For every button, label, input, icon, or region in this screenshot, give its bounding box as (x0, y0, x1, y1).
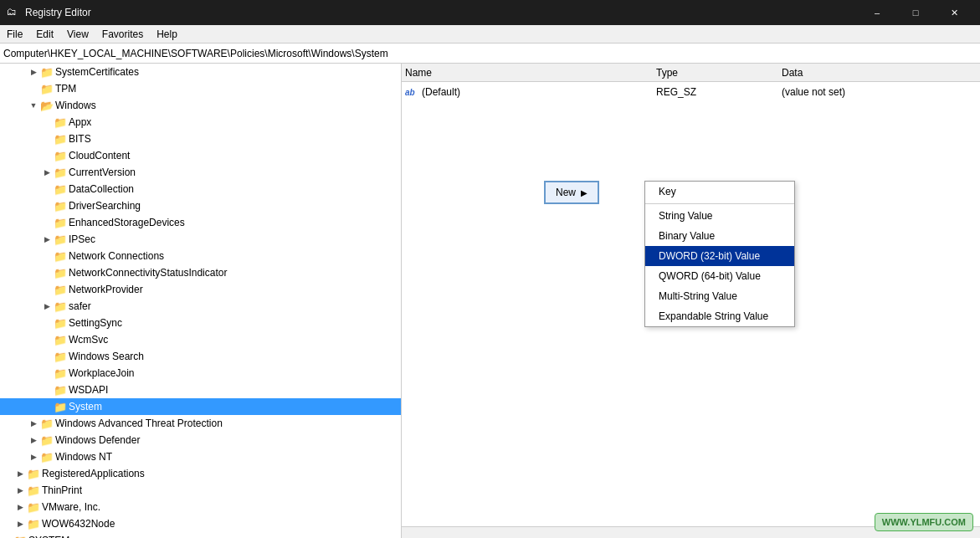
tree-label-bits: BITS (69, 133, 91, 145)
tree-label-systemcerts: SystemCertificates (55, 66, 139, 78)
tree-label-datacollection: DataCollection (69, 183, 134, 195)
reg-value-name: (Default) (422, 86, 656, 98)
main-area: ▶📁SystemCertificates📁TPM▼📂Windows📁Appx📁B… (0, 64, 980, 538)
tree-item-workplacejoin[interactable]: 📁WorkplaceJoin (0, 365, 401, 382)
tree-item-registeredapps[interactable]: ▶📁RegisteredApplications (0, 465, 401, 482)
tree-label-netprovider: NetworkProvider (69, 284, 143, 295)
expand-btn-registeredapps[interactable]: ▶ (13, 467, 27, 480)
tree-item-datacollection[interactable]: 📁DataCollection (0, 181, 401, 197)
tree-item-wcmsvc[interactable]: 📁WcmSvc (0, 331, 401, 348)
submenu-divider (645, 203, 794, 204)
submenu-item-2[interactable]: Binary Value (645, 226, 794, 246)
column-headers: Name Type Data (402, 64, 980, 82)
tree-item-cloudcontent[interactable]: 📁CloudContent (0, 147, 401, 164)
tree-label-windowssearch: Windows Search (69, 351, 144, 362)
tree-item-thinprint[interactable]: ▶📁ThinPrint (0, 482, 401, 499)
expand-btn-safer[interactable]: ▶ (40, 300, 54, 313)
tree-item-netconnstatus[interactable]: 📁NetworkConnectivityStatusIndicator (0, 264, 401, 281)
menu-file[interactable]: File (0, 27, 29, 42)
menu-edit[interactable]: Edit (29, 27, 60, 42)
tree-item-windefender[interactable]: ▶📁Windows Defender (0, 432, 401, 448)
tree-label-registeredapps: RegisteredApplications (42, 468, 145, 479)
tree-label-tpm: TPM (55, 83, 76, 95)
expand-btn-systemcerts[interactable]: ▶ (27, 65, 40, 79)
new-button-arrow: ▶ (581, 188, 587, 197)
tree-label-system2: SYSTEM (28, 535, 69, 538)
expand-btn-windefender[interactable]: ▶ (27, 433, 40, 447)
expand-btn-ipsec[interactable]: ▶ (40, 233, 54, 246)
tree-label-networkconn: Network Connections (69, 250, 164, 262)
folder-icon-currentversion: 📁 (54, 166, 67, 179)
tree-item-system[interactable]: 📁System (0, 398, 401, 415)
folder-icon-datacollection: 📁 (54, 182, 67, 196)
tree-item-enhancedstorage[interactable]: 📁EnhancedStorageDevices (0, 214, 401, 231)
address-bar: Computer\HKEY_LOCAL_MACHINE\SOFTWARE\Pol… (0, 44, 980, 64)
submenu-item-4[interactable]: QWORD (64-bit) Value (645, 266, 794, 286)
tree-item-windowssearch[interactable]: 📁Windows Search (0, 348, 401, 365)
tree-item-netprovider[interactable]: 📁NetworkProvider (0, 281, 401, 298)
reg-value-data: (value not set) (782, 86, 977, 98)
expand-btn-currentversion[interactable]: ▶ (40, 166, 54, 179)
menu-favorites[interactable]: Favorites (95, 27, 150, 42)
submenu-item-1[interactable]: String Value (645, 206, 794, 226)
tree-item-system2[interactable]: ▶📁SYSTEM (0, 532, 401, 538)
tree-item-windows[interactable]: ▼📂Windows (0, 97, 401, 114)
folder-icon-systemcerts: 📁 (40, 65, 54, 79)
menu-view[interactable]: View (60, 27, 95, 42)
tree-item-winnt[interactable]: ▶📁Windows NT (0, 448, 401, 465)
folder-icon-settingsync: 📁 (54, 316, 67, 330)
reg-value-icon: ab (405, 88, 422, 97)
tree-item-currentversion[interactable]: ▶📁CurrentVersion (0, 164, 401, 181)
folder-icon-networkconn: 📁 (54, 249, 67, 263)
folder-icon-netprovider: 📁 (54, 283, 67, 296)
expand-btn-windows[interactable]: ▼ (27, 99, 40, 112)
tree-item-vmware[interactable]: ▶📁VMware, Inc. (0, 499, 401, 515)
tree-item-safer[interactable]: ▶📁safer (0, 298, 401, 315)
submenu-item-6[interactable]: Expandable String Value (645, 306, 794, 326)
expand-btn-winatp[interactable]: ▶ (27, 417, 40, 430)
folder-icon-winatp: 📁 (40, 417, 54, 430)
tree-item-settingsync[interactable]: 📁SettingSync (0, 315, 401, 331)
expand-btn-system2[interactable]: ▶ (0, 534, 13, 538)
tree-label-driversearching: DriverSearching (69, 200, 141, 212)
tree-label-windows: Windows (55, 100, 96, 111)
expand-btn-vmware[interactable]: ▶ (13, 500, 27, 514)
tree-label-cloudcontent: CloudContent (69, 150, 130, 161)
folder-icon-appx: 📁 (54, 115, 67, 129)
expand-btn-winnt[interactable]: ▶ (27, 450, 40, 464)
tree-item-bits[interactable]: 📁BITS (0, 131, 401, 147)
tree-label-thinprint: ThinPrint (42, 484, 82, 496)
tree-label-windefender: Windows Defender (55, 434, 140, 446)
tree-scroll[interactable]: ▶📁SystemCertificates📁TPM▼📂Windows📁Appx📁B… (0, 64, 401, 538)
menu-help[interactable]: Help (150, 27, 184, 42)
tree-label-vmware: VMware, Inc. (42, 501, 100, 513)
maximize-button[interactable]: □ (896, 0, 935, 25)
tree-item-systemcerts[interactable]: ▶📁SystemCertificates (0, 64, 401, 80)
new-button[interactable]: New ▶ (544, 181, 599, 204)
folder-icon-system: 📁 (54, 400, 67, 413)
tree-item-networkconn[interactable]: 📁Network Connections (0, 248, 401, 264)
expand-btn-wow6432[interactable]: ▶ (13, 517, 27, 530)
folder-icon-vmware: 📁 (27, 500, 40, 514)
folder-icon-driversearching: 📁 (54, 199, 67, 213)
tree-item-winatp[interactable]: ▶📁Windows Advanced Threat Protection (0, 415, 401, 432)
title-bar-controls: – □ ✕ (858, 0, 973, 25)
tree-item-driversearching[interactable]: 📁DriverSearching (0, 197, 401, 214)
expand-btn-thinprint[interactable]: ▶ (13, 484, 27, 497)
tree-item-appx[interactable]: 📁Appx (0, 114, 401, 131)
tree-label-winatp: Windows Advanced Threat Protection (55, 418, 223, 429)
reg-row[interactable]: ab(Default)REG_SZ(value not set) (405, 84, 977, 100)
address-path: Computer\HKEY_LOCAL_MACHINE\SOFTWARE\Pol… (3, 48, 388, 59)
minimize-button[interactable]: – (858, 0, 896, 25)
tree-item-tpm[interactable]: 📁TPM (0, 80, 401, 97)
tree-item-wsdapi[interactable]: 📁WSDAPI (0, 382, 401, 398)
close-button[interactable]: ✕ (935, 0, 973, 25)
folder-icon-safer: 📁 (54, 300, 67, 313)
tree-item-ipsec[interactable]: ▶📁IPSec (0, 231, 401, 248)
tree-item-wow6432[interactable]: ▶📁WOW6432Node (0, 515, 401, 532)
folder-icon-bits: 📁 (54, 132, 67, 146)
folder-icon-thinprint: 📁 (27, 484, 40, 497)
submenu-item-3[interactable]: DWORD (32-bit) Value (645, 246, 794, 266)
submenu-item-0[interactable]: Key (645, 182, 794, 202)
submenu-item-5[interactable]: Multi-String Value (645, 286, 794, 306)
